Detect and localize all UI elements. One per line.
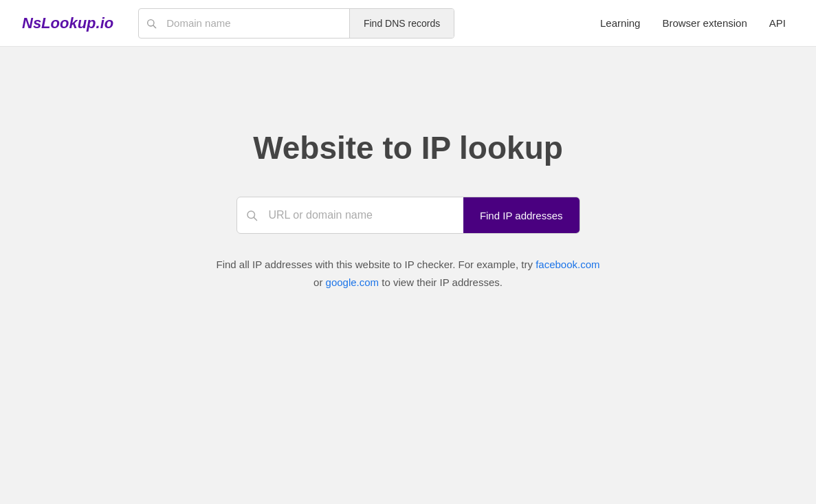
description-before: Find all IP addresses with this website …	[216, 259, 536, 270]
header-search-icon	[139, 18, 164, 29]
nav-browser-extension[interactable]: Browser extension	[654, 13, 755, 33]
svg-line-3	[254, 217, 256, 220]
main-search-icon	[237, 209, 266, 221]
site-logo[interactable]: NsLookup.io	[22, 14, 113, 32]
header-search-form: Find DNS records	[138, 8, 454, 39]
page-title: Website to IP lookup	[253, 129, 563, 166]
nav-api[interactable]: API	[761, 13, 794, 33]
description-text: Find all IP addresses with this website …	[216, 256, 601, 291]
google-link[interactable]: google.com	[326, 276, 379, 288]
facebook-link[interactable]: facebook.com	[536, 259, 599, 270]
description-middle: or	[313, 276, 326, 288]
main-content: Website to IP lookup Find IP addresses F…	[0, 47, 816, 346]
main-search-form: Find IP addresses	[236, 197, 580, 234]
nav-learning[interactable]: Learning	[592, 13, 648, 33]
header-find-dns-button[interactable]: Find DNS records	[349, 9, 454, 38]
main-nav: Learning Browser extension API	[592, 13, 794, 33]
main-search-input[interactable]	[266, 199, 463, 231]
main-find-ip-button[interactable]: Find IP addresses	[463, 197, 580, 233]
svg-line-1	[153, 25, 156, 28]
header-search-input[interactable]	[164, 10, 349, 36]
site-header: NsLookup.io Find DNS records Learning Br…	[0, 0, 816, 47]
description-after: to view their IP addresses.	[382, 276, 503, 288]
